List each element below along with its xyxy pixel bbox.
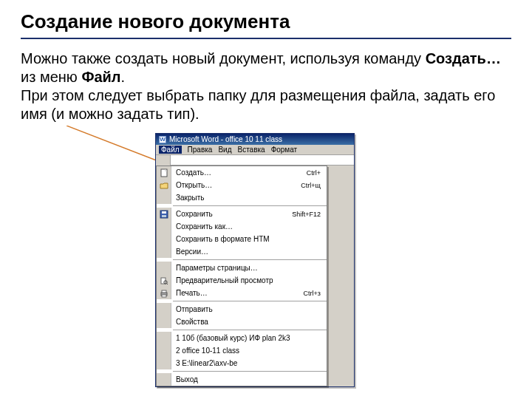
svg-rect-10	[162, 290, 166, 293]
new-icon	[157, 166, 171, 179]
para-line2: При этом следует выбрать папку для разме…	[21, 87, 495, 122]
menu-item-save[interactable]: Сохранить Shift+F12	[157, 208, 327, 220]
window-titlebar: W Microsoft Word - office 10 11 class	[156, 134, 354, 145]
menu-item-open[interactable]: Открыть… Ctrl+щ	[157, 179, 327, 191]
menu-file[interactable]: Файл	[159, 146, 182, 154]
menu-item-create[interactable]: Создать… Ctrl+	[157, 166, 327, 179]
para-line1b: из меню	[21, 69, 81, 85]
para-line1a: Можно также создать новый документ, испо…	[21, 50, 426, 66]
menu-item-close[interactable]: Закрыть	[157, 191, 327, 204]
slide-title: Создание нового документа	[21, 6, 511, 39]
menubar: Файл Правка Вид Вставка Формат	[156, 145, 354, 155]
recent-file-1[interactable]: 1 10б (базовый курс) ИФ plan 2k3	[157, 332, 327, 344]
menu-item-preview[interactable]: Предварительный просмотр	[157, 274, 327, 287]
menu-item-page-setup[interactable]: Параметры страницы…	[157, 262, 327, 274]
menu-item-exit[interactable]: Выход	[157, 373, 327, 386]
menu-item-properties[interactable]: Свойства	[157, 316, 327, 328]
svg-rect-4	[162, 211, 166, 214]
file-menu-dropdown: Создать… Ctrl+ Открыть… Ctrl+щ Закрыть	[156, 166, 327, 386]
menu-item-save-html[interactable]: Сохранить в формате HTM	[157, 233, 327, 245]
svg-rect-5	[162, 215, 166, 217]
word-window-screenshot: W Microsoft Word - office 10 11 class Фа…	[155, 133, 355, 387]
svg-line-8	[166, 283, 168, 284]
menu-item-versions[interactable]: Версии…	[157, 245, 327, 258]
menu-create-bold: Создать…	[426, 50, 501, 66]
menu-item-save-as[interactable]: Сохранить как…	[157, 220, 327, 233]
menu-item-print[interactable]: Печать… Ctrl+з	[157, 287, 327, 299]
menu-edit[interactable]: Правка	[188, 146, 213, 154]
menu-file-bold: Файл	[81, 69, 120, 85]
menu-item-send[interactable]: Отправить	[157, 303, 327, 316]
menu-insert[interactable]: Вставка	[237, 146, 265, 154]
para-line1c: .	[121, 69, 126, 85]
recent-file-3[interactable]: 3 E:\linear2\axv-be	[157, 357, 327, 369]
svg-rect-1	[161, 169, 167, 177]
preview-icon	[157, 274, 171, 287]
print-icon	[157, 287, 171, 299]
window-title: Microsoft Word - office 10 11 class	[169, 135, 282, 143]
svg-rect-11	[162, 295, 166, 297]
menu-format[interactable]: Формат	[271, 146, 298, 154]
save-icon	[157, 208, 171, 220]
slide-body: Можно также создать новый документ, испо…	[21, 39, 511, 123]
menu-view[interactable]: Вид	[218, 146, 231, 154]
open-icon	[157, 179, 171, 191]
recent-file-2[interactable]: 2 office 10-11 class	[157, 344, 327, 357]
word-icon: W	[159, 136, 166, 143]
